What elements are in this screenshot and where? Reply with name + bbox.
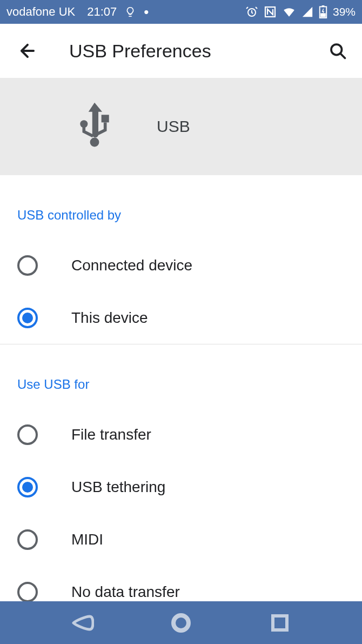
svg-point-9 xyxy=(173,615,189,630)
radio-icon xyxy=(17,477,38,497)
radio-icon xyxy=(17,255,38,276)
nav-back-button[interactable] xyxy=(69,610,95,636)
usb-icon xyxy=(76,101,113,152)
radio-icon xyxy=(17,424,38,445)
radio-connected-device[interactable]: Connected device xyxy=(0,239,362,291)
radio-label: This device xyxy=(71,309,148,327)
radio-label: Connected device xyxy=(71,257,192,274)
radio-usb-tethering[interactable]: USB tethering xyxy=(0,461,362,513)
content: USB controlled by Connected device This … xyxy=(0,175,362,601)
radio-label: MIDI xyxy=(71,531,103,548)
section-controlled-by: USB controlled by Connected device This … xyxy=(0,175,362,344)
alarm-icon xyxy=(245,5,258,18)
arrow-left-icon xyxy=(17,41,38,61)
radio-no-data-transfer[interactable]: No data transfer xyxy=(0,566,362,601)
app-bar: USB Preferences xyxy=(0,24,362,78)
nav-home-button[interactable] xyxy=(168,610,194,636)
search-icon xyxy=(328,41,347,61)
nav-recent-button[interactable] xyxy=(267,610,293,636)
dot-icon: • xyxy=(144,5,149,19)
radio-this-device[interactable]: This device xyxy=(0,291,362,344)
wifi-icon xyxy=(282,6,296,18)
usb-header: USB xyxy=(0,78,362,175)
radio-label: No data transfer xyxy=(71,583,180,601)
status-left: vodafone UK 21:07 • xyxy=(6,5,149,19)
status-bar: vodafone UK 21:07 • xyxy=(0,0,362,24)
radio-midi[interactable]: MIDI xyxy=(0,513,362,566)
clock-time: 21:07 xyxy=(87,5,117,19)
radio-label: File transfer xyxy=(71,426,151,443)
svg-rect-10 xyxy=(273,616,287,630)
nav-home-icon xyxy=(170,612,192,634)
status-right: 39% xyxy=(245,5,356,18)
radio-icon xyxy=(17,582,38,602)
back-button[interactable] xyxy=(16,39,39,62)
bulb-icon xyxy=(124,6,136,18)
section-header-use-for: Use USB for xyxy=(0,361,362,408)
svg-rect-7 xyxy=(102,115,109,122)
nfc-icon xyxy=(264,5,277,18)
nav-back-icon xyxy=(70,613,94,633)
section-header-controlled-by: USB controlled by xyxy=(0,191,362,239)
battery-percent: 39% xyxy=(333,5,356,18)
usb-header-label: USB xyxy=(157,117,190,136)
search-button[interactable] xyxy=(326,39,349,62)
nav-recent-icon xyxy=(271,614,289,632)
radio-icon xyxy=(17,308,38,328)
svg-rect-3 xyxy=(322,5,325,6)
battery-icon xyxy=(319,5,327,18)
svg-point-8 xyxy=(90,138,99,147)
signal-icon xyxy=(301,6,313,18)
carrier-label: vodafone UK xyxy=(6,5,75,19)
radio-label: USB tethering xyxy=(71,479,165,496)
radio-file-transfer[interactable]: File transfer xyxy=(0,408,362,461)
page-title: USB Preferences xyxy=(69,41,326,62)
radio-icon xyxy=(17,529,38,550)
svg-rect-4 xyxy=(320,13,326,17)
navigation-bar xyxy=(0,601,362,644)
section-use-usb-for: Use USB for File transfer USB tethering … xyxy=(0,344,362,601)
